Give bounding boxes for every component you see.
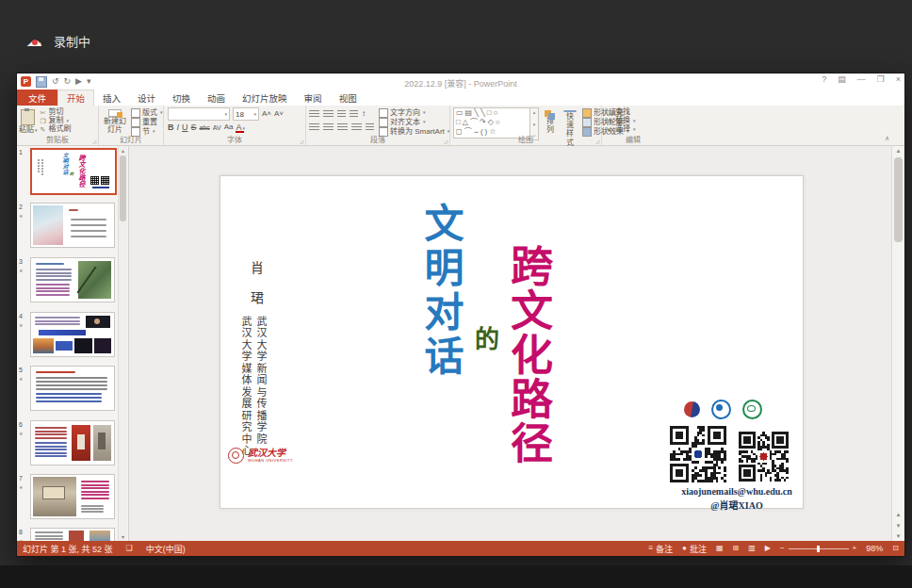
tab-动画[interactable]: 动画 bbox=[199, 90, 234, 106]
previous-slide-icon[interactable]: ▴ bbox=[892, 511, 904, 518]
line-spacing-icon[interactable]: ↕ bbox=[362, 110, 366, 118]
slide-thumbnail-2[interactable] bbox=[30, 203, 115, 248]
next-slide-icon[interactable]: ▾ bbox=[892, 522, 904, 530]
new-slide-button[interactable]: 新建幻灯片 bbox=[99, 107, 131, 135]
slide-thumbnail-4[interactable] bbox=[30, 312, 115, 357]
slide-title-pink[interactable]: 跨文化路径 bbox=[507, 244, 549, 466]
tab-切换[interactable]: 切换 bbox=[164, 90, 199, 106]
dialog-launcher-icon[interactable]: ◿ bbox=[444, 139, 448, 144]
replace-icon: ⇄ bbox=[606, 118, 613, 125]
slide-number: 3★ bbox=[19, 257, 30, 302]
slide-thumbnail-5[interactable] bbox=[30, 366, 115, 411]
slide-counter: 幻灯片 第 1 张, 共 52 张 bbox=[23, 543, 113, 555]
arrange-button[interactable]: 排列 bbox=[543, 107, 558, 135]
comments-button[interactable]: ●批注 bbox=[682, 543, 707, 555]
slide-thumbnail-6[interactable] bbox=[30, 420, 115, 466]
slide-sorter-view-icon[interactable]: ⊞ bbox=[733, 545, 740, 552]
zoom-in-icon[interactable]: + bbox=[853, 545, 857, 552]
italic-button[interactable]: I bbox=[177, 123, 180, 132]
language-indicator[interactable]: 中文(中国) bbox=[146, 543, 186, 555]
close-icon[interactable]: × bbox=[896, 75, 901, 84]
zoom-level[interactable]: 98% bbox=[866, 544, 883, 553]
reading-view-icon[interactable]: ▥ bbox=[748, 545, 756, 552]
tab-视图[interactable]: 视图 bbox=[331, 90, 366, 106]
tab-开始[interactable]: 开始 bbox=[57, 90, 94, 106]
notes-button[interactable]: ≡备注 bbox=[648, 543, 673, 555]
thumbnail-scrollbar[interactable]: ▴ ▾ bbox=[118, 146, 127, 541]
underline-button[interactable]: U bbox=[182, 123, 188, 132]
slide-thumbnail-7[interactable] bbox=[30, 474, 115, 519]
zoom-knob[interactable] bbox=[817, 546, 820, 552]
text-direction-button[interactable]: 文字方向▾ bbox=[379, 108, 449, 118]
whu-logo: 武汉大学 WUHAN UNIVERSITY bbox=[228, 448, 293, 464]
help-icon[interactable]: ? bbox=[822, 75, 826, 84]
slide-affiliations[interactable]: 武汉大学新闻与传播学院 武汉大学媒体发展研究中心 bbox=[236, 316, 266, 459]
font-name-combo[interactable]: ▾ bbox=[168, 107, 230, 121]
animation-star-icon: ★ bbox=[19, 431, 30, 436]
fit-to-window-icon[interactable]: ⊡ bbox=[892, 545, 899, 552]
dialog-launcher-icon[interactable]: ◿ bbox=[92, 139, 96, 144]
shrink-font-icon[interactable]: A˅ bbox=[274, 110, 284, 118]
paste-button[interactable]: 粘贴▾ bbox=[17, 107, 40, 135]
main-scrollbar[interactable]: ▴ ▴ ▾ ▾ bbox=[891, 146, 904, 541]
change-case-button[interactable]: Aa bbox=[224, 123, 234, 131]
slide-number: 6★ bbox=[19, 420, 30, 466]
slide-number: 4★ bbox=[19, 312, 30, 357]
grow-font-icon[interactable]: A˄ bbox=[262, 110, 271, 118]
dialog-launcher-icon[interactable]: ◿ bbox=[595, 139, 599, 144]
align-left-icon[interactable] bbox=[309, 123, 319, 132]
tab-插入[interactable]: 插入 bbox=[94, 90, 129, 106]
affiliation-line-2: 武汉大学媒体发展研究中心 bbox=[240, 316, 251, 459]
slide-canvas[interactable]: 文明对话 的 跨文化路径 肖珺 武汉大学新闻与传播学院 武汉大学媒体发展研究中心… bbox=[220, 175, 804, 509]
columns-icon[interactable] bbox=[366, 123, 374, 132]
strikethrough-button[interactable]: S bbox=[191, 123, 197, 132]
select-button[interactable]: ▸选择▾ bbox=[606, 125, 636, 134]
normal-view-icon[interactable]: ▦ bbox=[716, 545, 724, 552]
increase-indent-icon[interactable] bbox=[350, 110, 358, 119]
quick-styles-button[interactable]: 快速样式 bbox=[562, 107, 578, 135]
align-text-button[interactable]: 对齐文本▾ bbox=[379, 118, 449, 127]
ribbon-display-icon[interactable]: ▤ bbox=[838, 75, 846, 84]
tab-file[interactable]: 文件 bbox=[17, 90, 57, 106]
zoom-slider[interactable]: − + bbox=[780, 545, 856, 552]
slide-title-blue[interactable]: 文明对话 bbox=[420, 203, 460, 380]
slide-number: 8★ bbox=[19, 528, 30, 541]
numbering-icon[interactable] bbox=[323, 110, 334, 119]
affiliation-line-1: 武汉大学新闻与传播学院 bbox=[255, 316, 266, 459]
status-bar: 幻灯片 第 1 张, 共 52 张 ❏ 中文(中国) ≡备注 ●批注 ▦ ⊞ ▥… bbox=[17, 541, 904, 556]
tab-审阅[interactable]: 审阅 bbox=[296, 90, 331, 106]
dialog-launcher-icon[interactable]: ◿ bbox=[300, 139, 303, 144]
spell-check-icon[interactable]: ❏ bbox=[126, 545, 133, 552]
animation-star-icon: ★ bbox=[19, 213, 30, 219]
justify-icon[interactable] bbox=[351, 123, 362, 132]
scrollbar-thumb[interactable] bbox=[894, 157, 903, 242]
slideshow-view-icon[interactable]: ▶ bbox=[765, 545, 771, 552]
font-color-button[interactable]: A▾ bbox=[236, 122, 245, 132]
zoom-track[interactable] bbox=[789, 548, 849, 549]
slide-social-handle: @肖珺XIAO bbox=[649, 498, 824, 512]
align-right-icon[interactable] bbox=[337, 123, 348, 132]
slide-thumbnail-3[interactable] bbox=[30, 257, 115, 302]
decrease-indent-icon[interactable] bbox=[337, 110, 346, 119]
slide-thumbnail-8[interactable] bbox=[30, 528, 115, 541]
restore-icon[interactable]: ❐ bbox=[877, 75, 885, 84]
slide-thumbnail-1[interactable]: 文明对话 跨文化路径 的 bbox=[30, 148, 117, 195]
tab-幻灯片放映[interactable]: 幻灯片放映 bbox=[234, 90, 296, 106]
layout-button[interactable]: 版式▾ bbox=[131, 108, 163, 118]
logo-icon-2 bbox=[711, 400, 731, 419]
bullets-icon[interactable] bbox=[309, 110, 319, 119]
reset-button[interactable]: 重置 bbox=[131, 118, 163, 127]
bold-button[interactable]: B bbox=[168, 123, 174, 132]
format-painter-button[interactable]: ✎格式刷 bbox=[40, 125, 72, 134]
text-shadow-button[interactable]: abc bbox=[200, 124, 210, 131]
align-center-icon[interactable] bbox=[323, 123, 334, 132]
character-spacing-button[interactable]: AV bbox=[213, 124, 221, 131]
font-size-combo[interactable]: 18▾ bbox=[233, 107, 259, 121]
scrollbar-thumb[interactable] bbox=[120, 155, 126, 221]
zoom-out-icon[interactable]: − bbox=[780, 545, 785, 552]
tab-设计[interactable]: 设计 bbox=[129, 90, 164, 106]
minimize-icon[interactable]: — bbox=[857, 75, 866, 84]
slide-connector[interactable]: 的 bbox=[475, 319, 499, 354]
collapse-ribbon-icon[interactable]: ∧ bbox=[885, 135, 889, 142]
slide-author[interactable]: 肖珺 bbox=[249, 261, 262, 321]
